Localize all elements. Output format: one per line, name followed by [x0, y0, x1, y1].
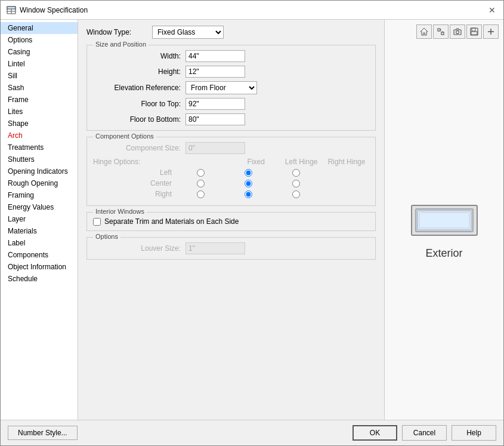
close-button[interactable]: ✕ — [487, 5, 497, 16]
width-label: Width: — [93, 52, 185, 60]
louver-size-input — [185, 242, 245, 254]
hinge-header-row: Hinge Options: Fixed Left Hinge Right Hi… — [93, 158, 369, 166]
preview-panel: Exterior — [384, 20, 503, 420]
svg-rect-13 — [471, 32, 477, 35]
more-button[interactable] — [483, 24, 499, 39]
sidebar-item-treatments[interactable]: Treatments — [1, 142, 78, 153]
size-position-label: Size and Position — [93, 41, 149, 48]
height-label: Height: — [93, 67, 185, 76]
sidebar: GeneralOptionsCasingLintelSillSashFrameL… — [1, 20, 78, 420]
sidebar-item-components[interactable]: Components — [1, 249, 78, 261]
sidebar-item-lites[interactable]: Lites — [1, 106, 78, 118]
left-fixed-radio[interactable] — [197, 169, 205, 177]
floor-to-top-input[interactable] — [185, 98, 245, 110]
sidebar-item-sill[interactable]: Sill — [1, 70, 78, 82]
sidebar-item-layer[interactable]: Layer — [1, 213, 78, 225]
elevation-ref-row: Elevation Reference: From Floor — [93, 81, 369, 94]
options-section-label: Options — [93, 233, 120, 240]
svg-rect-1 — [7, 7, 16, 9]
elevation-ref-label: Elevation Reference: — [93, 84, 185, 92]
sidebar-item-schedule[interactable]: Schedule — [1, 273, 78, 285]
save-icon — [470, 27, 478, 36]
center-righthinge-radio[interactable] — [292, 180, 300, 187]
sidebar-item-sash[interactable]: Sash — [1, 82, 78, 94]
floor-to-top-label: Floor to Top: — [93, 100, 185, 108]
svg-point-10 — [456, 31, 459, 34]
elevation-ref-select[interactable]: From Floor — [185, 81, 257, 94]
dialog-footer: Number Style... OK Cancel Help — [1, 420, 503, 445]
sidebar-item-shape[interactable]: Shape — [1, 118, 78, 130]
svg-rect-5 — [438, 29, 440, 31]
right-label: Right — [93, 190, 177, 198]
window-type-select[interactable]: Fixed GlassDouble HungCasementAwningSlid… — [152, 26, 224, 39]
right-row: Right — [93, 190, 369, 198]
sidebar-item-general[interactable]: General — [1, 22, 78, 34]
sidebar-item-opening-indicators[interactable]: Opening Indicators — [1, 165, 78, 177]
fit-view-button[interactable] — [433, 24, 449, 39]
window-preview-svg — [409, 199, 480, 241]
left-row: Left — [93, 168, 369, 177]
right-radio-group — [177, 190, 320, 198]
separate-trim-checkbox[interactable] — [93, 218, 101, 226]
camera-icon — [453, 27, 462, 36]
sidebar-item-shutters[interactable]: Shutters — [1, 153, 78, 165]
dialog-body: GeneralOptionsCasingLintelSillSashFrameL… — [1, 20, 503, 420]
sidebar-item-energy-values[interactable]: Energy Values — [1, 201, 78, 213]
center-row: Center — [93, 179, 369, 187]
svg-rect-6 — [441, 32, 444, 35]
svg-rect-18 — [418, 211, 471, 230]
fit-icon — [437, 27, 445, 36]
fixed-header: Fixed — [233, 158, 279, 166]
floor-to-bottom-row: Floor to Bottom: — [93, 113, 369, 125]
height-input[interactable] — [185, 66, 245, 78]
left-label: Left — [93, 168, 177, 177]
louver-size-row: Louver Size: — [93, 242, 369, 254]
home-view-button[interactable] — [416, 24, 432, 39]
component-options-section: Component Options Component Size: Hinge … — [86, 137, 376, 206]
height-row: Height: — [93, 66, 369, 78]
left-righthinge-radio[interactable] — [292, 169, 300, 177]
sidebar-item-lintel[interactable]: Lintel — [1, 58, 78, 70]
floor-to-bottom-label: Floor to Bottom: — [93, 115, 185, 124]
svg-rect-12 — [472, 28, 475, 31]
sidebar-item-object-information[interactable]: Object Information — [1, 261, 78, 273]
number-style-button[interactable]: Number Style... — [8, 426, 78, 440]
ok-button[interactable]: OK — [353, 425, 397, 441]
preview-toolbar — [389, 24, 499, 39]
center-label: Center — [93, 179, 177, 187]
center-radio-group — [177, 180, 320, 187]
main-content: Window Type: Fixed GlassDouble HungCasem… — [78, 20, 384, 420]
footer-left: Number Style... — [8, 426, 78, 440]
sidebar-item-framing[interactable]: Framing — [1, 189, 78, 201]
title-bar: Window Specification ✕ — [1, 1, 503, 20]
help-button[interactable]: Help — [452, 425, 496, 441]
sidebar-item-arch[interactable]: Arch — [1, 130, 78, 142]
left-hinge-header: Left Hinge — [279, 158, 324, 166]
window-specification-dialog: Window Specification ✕ GeneralOptionsCas… — [0, 0, 504, 446]
right-fixed-radio[interactable] — [197, 190, 205, 198]
window-title-icon — [7, 5, 16, 15]
right-hinge-header: Right Hinge — [324, 158, 369, 166]
left-lefthinge-radio[interactable] — [245, 169, 252, 177]
sidebar-item-materials[interactable]: Materials — [1, 225, 78, 237]
save-button[interactable] — [466, 24, 482, 39]
cancel-button[interactable]: Cancel — [402, 425, 447, 441]
sidebar-item-frame[interactable]: Frame — [1, 94, 78, 106]
separate-trim-label: Separate Trim and Materials on Each Side — [104, 217, 239, 226]
width-input[interactable] — [185, 50, 245, 62]
home-icon — [420, 27, 428, 36]
center-fixed-radio[interactable] — [197, 180, 205, 187]
sidebar-item-rough-opening[interactable]: Rough Opening — [1, 177, 78, 189]
right-righthinge-radio[interactable] — [292, 190, 300, 198]
sidebar-item-label[interactable]: Label — [1, 237, 78, 249]
dialog-title: Window Specification — [20, 6, 88, 14]
sidebar-item-casing[interactable]: Casing — [1, 46, 78, 58]
floor-to-bottom-input[interactable] — [185, 113, 245, 125]
options-section: Options Louver Size: — [86, 237, 376, 260]
right-lefthinge-radio[interactable] — [245, 190, 252, 198]
component-size-input — [185, 142, 245, 154]
more-icon — [487, 27, 495, 36]
camera-button[interactable] — [450, 24, 465, 39]
center-lefthinge-radio[interactable] — [245, 180, 252, 187]
sidebar-item-options[interactable]: Options — [1, 34, 78, 46]
